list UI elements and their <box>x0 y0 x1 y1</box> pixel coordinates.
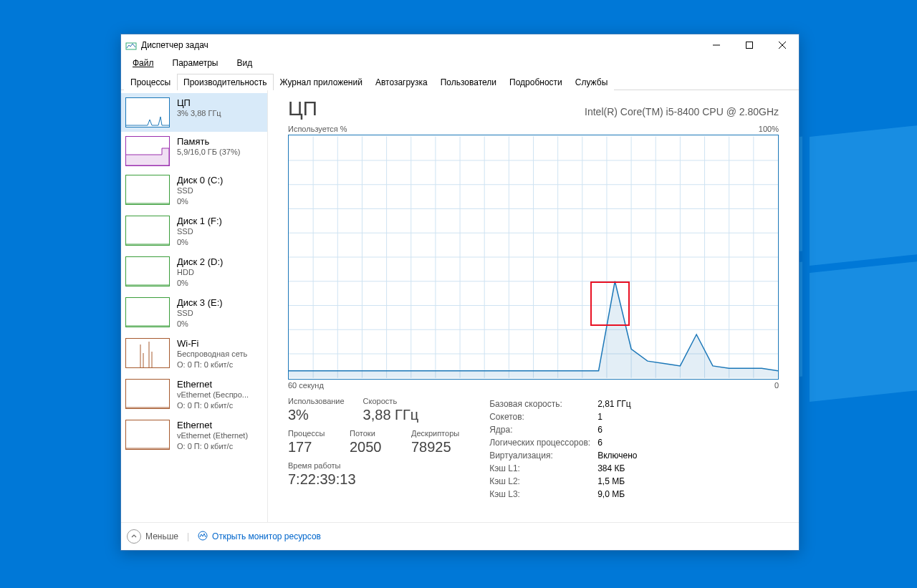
open-resource-monitor-link[interactable]: Открыть монитор ресурсов <box>198 531 321 543</box>
tab-4[interactable]: Пользователи <box>434 74 503 90</box>
sidebar-thumbnail <box>125 256 170 286</box>
cpu-name: Intel(R) Core(TM) i5-8400 CPU @ 2.80GHz <box>585 106 779 117</box>
tab-1[interactable]: Производительность <box>177 74 273 90</box>
sidebar-item-2[interactable]: Диск 0 (C:)SSD0% <box>121 170 267 211</box>
sidebar-item-title: Диск 1 (F:) <box>177 216 222 226</box>
stat: Дескрипторы78925 <box>411 429 459 456</box>
sidebar-item-title: Диск 3 (E:) <box>177 297 223 308</box>
sidebar-item-title: Память <box>177 136 240 147</box>
tab-6[interactable]: Службы <box>569 74 614 90</box>
sidebar-item-3[interactable]: Диск 1 (F:)SSD0% <box>121 211 267 252</box>
sidebar-thumbnail <box>125 216 170 246</box>
sidebar-item-title: Ethernet <box>177 379 249 390</box>
titlebar[interactable]: Диспетчер задач <box>121 34 799 56</box>
main-panel: ЦП Intel(R) Core(TM) i5-8400 CPU @ 2.80G… <box>268 90 799 522</box>
sidebar-thumbnail <box>125 338 170 368</box>
tab-3[interactable]: Автозагрузка <box>369 74 434 90</box>
sidebar-thumbnail <box>125 297 170 327</box>
chart-y-label: Используется % <box>288 125 347 133</box>
sidebar-thumbnail <box>125 97 170 127</box>
menu-view[interactable]: Вид <box>228 57 261 69</box>
sidebar-item-0[interactable]: ЦП3% 3,88 ГГц <box>121 93 267 132</box>
tab-0[interactable]: Процессы <box>124 74 177 90</box>
sidebar-item-title: Ethernet <box>177 420 248 430</box>
sidebar-thumbnail <box>125 175 170 205</box>
sidebar-thumbnail <box>125 379 170 409</box>
sidebar-thumbnail <box>125 136 170 166</box>
stats-right: Базовая скорость:2,81 ГГцСокетов:1Ядра:6… <box>488 397 644 501</box>
sidebar-item-4[interactable]: Диск 2 (D:)HDD0% <box>121 252 267 293</box>
close-button[interactable] <box>766 34 799 56</box>
sidebar-item-5[interactable]: Диск 3 (E:)SSD0% <box>121 293 267 334</box>
chart-x-left: 60 секунд <box>288 381 324 390</box>
maximize-button[interactable] <box>733 34 766 56</box>
tab-2[interactable]: Журнал приложений <box>274 74 369 90</box>
task-manager-window: Диспетчер задач Файл Параметры Вид Проце… <box>120 34 800 551</box>
sidebar-item-title: Диск 0 (C:) <box>177 175 223 185</box>
stat: Время работы7:22:39:13 <box>288 461 356 488</box>
menu-options[interactable]: Параметры <box>164 57 227 69</box>
menubar: Файл Параметры Вид <box>121 56 799 70</box>
window-title: Диспетчер задач <box>141 40 700 50</box>
menu-file[interactable]: Файл <box>124 57 163 69</box>
sidebar-item-1[interactable]: Память5,9/16,0 ГБ (37%) <box>121 132 267 170</box>
chevron-up-icon <box>127 529 141 544</box>
tab-5[interactable]: Подробности <box>503 74 569 90</box>
stat: Процессы177 <box>288 429 331 456</box>
sidebar-item-title: Wi-Fi <box>177 338 247 349</box>
cpu-usage-chart[interactable] <box>288 135 779 380</box>
stat: Использование3% <box>288 397 345 423</box>
minimize-button[interactable] <box>700 34 733 56</box>
fewer-details-button[interactable]: Меньше <box>127 529 178 544</box>
chart-highlight-box <box>590 281 630 326</box>
page-title: ЦП <box>288 97 317 120</box>
sidebar-item-7[interactable]: EthernetvEthernet (Беспро...О: 0 П: 0 кб… <box>121 375 267 415</box>
stat: Потоки2050 <box>350 429 393 456</box>
resource-monitor-icon <box>198 531 208 543</box>
svg-rect-2 <box>746 42 753 49</box>
stats-left: Использование3%Скорость3,88 ГГцПроцессы1… <box>288 397 459 501</box>
sidebar-item-6[interactable]: Wi-FiБеспроводная сетьО: 0 П: 0 кбит/с <box>121 334 267 375</box>
sidebar-item-8[interactable]: EthernetvEthernet (Ethernet)О: 0 П: 0 кб… <box>121 415 267 456</box>
chart-y-max: 100% <box>759 125 779 133</box>
performance-sidebar[interactable]: ЦП3% 3,88 ГГцПамять5,9/16,0 ГБ (37%)Диск… <box>121 90 268 522</box>
tab-bar: ПроцессыПроизводительностьЖурнал приложе… <box>121 73 799 90</box>
sidebar-item-title: ЦП <box>177 97 221 108</box>
sidebar-thumbnail <box>125 420 170 450</box>
app-icon <box>125 39 137 51</box>
footer: Меньше | Открыть монитор ресурсов <box>121 522 799 550</box>
sidebar-item-title: Диск 2 (D:) <box>177 256 223 267</box>
chart-x-right: 0 <box>774 381 779 390</box>
stat: Скорость3,88 ГГц <box>363 397 419 423</box>
